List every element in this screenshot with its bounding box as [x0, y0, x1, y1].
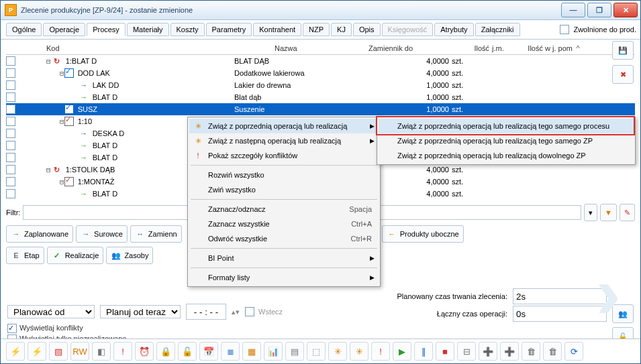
tab-parametry[interactable]: Parametry: [206, 23, 252, 36]
plan-from-select[interactable]: Planować od: [7, 305, 95, 318]
submenu-item[interactable]: Zwiąż z poprzednią operacją lub realizac…: [379, 119, 634, 133]
context-menu[interactable]: ✳Zwiąż z poprzednią operacją lub realiza…: [187, 117, 381, 287]
toolbar-btn-2[interactable]: ▧: [49, 342, 68, 361]
tab-opis[interactable]: Opis: [353, 23, 381, 36]
toolbar-btn-8[interactable]: 🔓: [178, 342, 197, 361]
filter-funnel-button[interactable]: ▼: [600, 204, 617, 221]
operation-checkbox-icon[interactable]: [64, 117, 74, 126]
tab-atrybuty[interactable]: Atrybuty: [434, 23, 473, 36]
tab-ogólne[interactable]: Ogólne: [6, 23, 42, 36]
menu-item[interactable]: Rozwiń wszystko: [189, 168, 379, 182]
toolbar-btn-13[interactable]: ▤: [285, 342, 304, 361]
toolbar-btn-3[interactable]: RW: [70, 342, 89, 361]
scroll-up-icon[interactable]: ^: [573, 44, 583, 52]
toolbar-btn-24[interactable]: 🗑: [522, 342, 540, 361]
table-row[interactable]: ⊟DOD LAKDodatkowe lakierowa4,0000szt.: [6, 67, 635, 79]
toolbar-btn-12[interactable]: 📊: [264, 342, 283, 361]
maximize-button[interactable]: ❐: [587, 3, 611, 17]
toolbar-btn-0[interactable]: ⚡: [6, 342, 25, 361]
toolbar-btn-22[interactable]: ➕: [479, 342, 497, 361]
context-submenu[interactable]: Zwiąż z poprzednią operacją lub realizac…: [377, 117, 636, 165]
toolbar-btn-6[interactable]: ⏰: [135, 342, 154, 361]
toolbar-btn-19[interactable]: ‖: [414, 342, 433, 361]
toolbar-btn-23[interactable]: ➕: [500, 342, 519, 361]
menu-item[interactable]: Odwróć wszystkieCtrl+R: [189, 231, 379, 246]
toolbar-btn-18[interactable]: ▶: [393, 342, 411, 361]
table-row[interactable]: →LAK DDLakier do drewna1,0000szt.: [6, 79, 635, 91]
menu-item[interactable]: ✳Zwiąż z poprzednią operacją lub realiza…: [189, 119, 379, 133]
users-button[interactable]: 👥: [612, 304, 634, 323]
toolbar-btn-21[interactable]: ⊟: [457, 342, 476, 361]
tab-załączniki[interactable]: Załączniki: [475, 23, 520, 36]
toolbar-btn-1[interactable]: ⚡: [28, 342, 46, 361]
menu-item[interactable]: BI Point: [189, 251, 379, 265]
submenu-item[interactable]: Zwiąż z poprzednią operacją lub realizac…: [379, 133, 634, 148]
surowce-button[interactable]: →Surowce: [76, 225, 128, 243]
tab-procesy[interactable]: Procesy: [87, 23, 126, 36]
header-kod[interactable]: Kod: [6, 44, 275, 52]
submenu-item[interactable]: Zwiąż z poprzednią operacją lub realizac…: [379, 148, 634, 163]
tab-kontrahent[interactable]: Kontrahent: [253, 23, 301, 36]
tree-toggle-icon[interactable]: ⊟: [46, 166, 51, 174]
time-stepper-icon[interactable]: ▴▾: [232, 308, 240, 316]
tab-materiały[interactable]: Materiały: [127, 23, 169, 36]
menu-item[interactable]: Zaznacz/odznaczSpacja: [189, 202, 379, 217]
realizacje-button[interactable]: ✓Realizacje: [47, 247, 104, 264]
operation-checkbox-icon[interactable]: [64, 68, 74, 78]
toolbar-btn-10[interactable]: ≣: [221, 342, 240, 361]
toolbar-btn-16[interactable]: ✳: [350, 342, 368, 361]
back-checkbox[interactable]: Wstecz: [245, 307, 283, 316]
toolbar-btn-9[interactable]: 📅: [199, 342, 218, 361]
plan-mode-select[interactable]: Planuj od teraz: [100, 305, 181, 318]
toolbar-btn-7[interactable]: 🔒: [156, 342, 175, 361]
plan-time-input[interactable]: [186, 304, 226, 320]
save-button[interactable]: 💾: [612, 41, 634, 60]
toolbar-btn-20[interactable]: ■: [436, 342, 454, 361]
produkty-uboczne-button[interactable]: ←Produkty uboczne: [382, 225, 464, 243]
tree-toggle-icon[interactable]: ⊟: [60, 117, 64, 126]
toolbar-btn-5[interactable]: !: [113, 342, 132, 361]
tab-operacje[interactable]: Operacje: [43, 23, 85, 36]
check-conflicts[interactable]: Wyświetlaj konflikty: [7, 322, 634, 333]
menu-item[interactable]: Zwiń wszystko: [189, 182, 379, 197]
toolbar-btn-15[interactable]: ✳: [328, 342, 347, 361]
etap-button[interactable]: EEtap: [6, 247, 44, 264]
tree-toggle-icon[interactable]: ⊟: [60, 178, 64, 186]
toolbar-btn-4[interactable]: ◧: [92, 342, 111, 361]
tab-kj[interactable]: KJ: [331, 23, 352, 36]
toolbar-btn-26[interactable]: ⟳: [564, 342, 583, 361]
close-button[interactable]: ✕: [613, 3, 638, 17]
minimize-button[interactable]: —: [561, 3, 585, 17]
menu-item[interactable]: Formaty listy: [189, 270, 379, 285]
tree-toggle-icon[interactable]: ⊟: [60, 69, 64, 78]
filter-edit-button[interactable]: ✎: [620, 204, 635, 221]
header-zamiennik[interactable]: Zamiennik do: [368, 44, 442, 52]
summary-plan-value[interactable]: [513, 288, 607, 304]
filter-dropdown-button[interactable]: ▾: [584, 204, 597, 221]
menu-item[interactable]: ✳Zwiąż z następną operacją lub realizacj…: [189, 133, 379, 148]
summary-oper-value[interactable]: [513, 306, 607, 322]
header-jm[interactable]: j.m.: [489, 44, 519, 52]
tab-nzp[interactable]: NZP: [303, 23, 330, 36]
zasoby-button[interactable]: 👥Zasoby: [106, 247, 153, 264]
toolbar-btn-17[interactable]: !: [371, 342, 390, 361]
menu-item[interactable]: Zaznacz wszystkieCtrl+A: [189, 217, 379, 231]
header-ilpom[interactable]: Ilość w j. pom: [519, 44, 573, 52]
toolbar-btn-11[interactable]: ▦: [242, 342, 261, 361]
menu-item[interactable]: !Pokaż szczegóły konfliktów: [189, 148, 379, 163]
toolbar-btn-14[interactable]: ⬚: [307, 342, 326, 361]
tab-koszty[interactable]: Koszty: [170, 23, 205, 36]
delete-button[interactable]: ✖: [612, 65, 634, 84]
operation-checkbox-icon[interactable]: [64, 105, 74, 114]
header-ilosc[interactable]: Ilość: [442, 44, 489, 52]
tab-księgowość[interactable]: Księgowość: [382, 23, 434, 36]
operation-checkbox-icon[interactable]: [64, 177, 74, 186]
zamienn-button[interactable]: ↔Zamienn: [130, 225, 182, 243]
table-row[interactable]: →BLAT DBlat dąb1,0000szt.: [6, 91, 635, 103]
table-row[interactable]: SUSZSuszenie1,0000szt.: [6, 103, 635, 115]
tree-toggle-icon[interactable]: ⊟: [46, 57, 51, 66]
header-nazwa[interactable]: Nazwa: [275, 44, 368, 52]
zaplanowane-button[interactable]: →Zaplanowane: [6, 225, 73, 243]
toolbar-btn-25[interactable]: 🗑: [543, 342, 562, 361]
release-checkbox[interactable]: Zwolnione do prod.: [560, 25, 636, 34]
